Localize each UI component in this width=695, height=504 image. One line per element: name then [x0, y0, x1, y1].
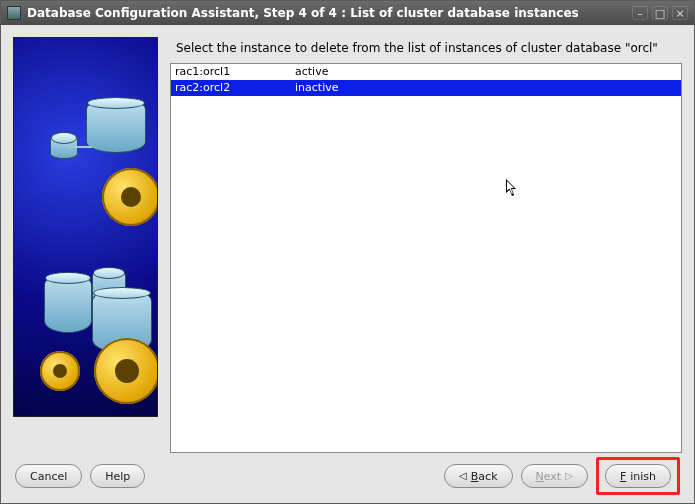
finish-label-rest: inish — [630, 470, 656, 483]
instance-list[interactable]: rac1:orcl1 active rac2:orcl2 inactive — [170, 63, 682, 453]
sidebar-illustration — [13, 37, 158, 417]
instance-status: active — [291, 64, 681, 80]
list-item[interactable]: rac2:orcl2 inactive — [171, 80, 681, 96]
gear-icon — [94, 338, 158, 404]
list-item[interactable]: rac1:orcl1 active — [171, 64, 681, 80]
instruction-text: Select the instance to delete from the l… — [170, 37, 682, 63]
minimize-button[interactable]: – — [632, 6, 648, 20]
gear-icon — [102, 168, 158, 226]
button-bar: Cancel Help ◁ Back Next ▷ Finish — [1, 459, 694, 503]
instance-status: inactive — [291, 80, 681, 96]
content-area: Select the instance to delete from the l… — [1, 25, 694, 459]
finish-button[interactable]: Finish — [605, 464, 671, 488]
maximize-button[interactable]: □ — [652, 6, 668, 20]
window-root: Database Configuration Assistant, Step 4… — [0, 0, 695, 504]
main-panel: Select the instance to delete from the l… — [170, 37, 682, 453]
next-mnemonic: N — [536, 470, 544, 483]
instance-name: rac2:orcl2 — [171, 80, 291, 96]
cancel-button[interactable]: Cancel — [15, 464, 82, 488]
app-icon — [7, 6, 21, 20]
finish-mnemonic: F — [620, 470, 626, 483]
database-icon — [86, 98, 146, 153]
connector-line — [70, 146, 92, 148]
gear-icon — [40, 351, 80, 391]
titlebar: Database Configuration Assistant, Step 4… — [1, 1, 694, 25]
finish-highlight: Finish — [596, 457, 680, 495]
chevron-left-icon: ◁ — [459, 471, 467, 481]
next-button: Next ▷ — [521, 464, 588, 488]
window-title: Database Configuration Assistant, Step 4… — [27, 6, 628, 20]
next-label-rest: ext — [544, 470, 561, 483]
back-button[interactable]: ◁ Back — [444, 464, 512, 488]
chevron-right-icon: ▷ — [565, 471, 573, 481]
help-button[interactable]: Help — [90, 464, 145, 488]
database-icon — [44, 273, 92, 333]
back-label-rest: ack — [478, 470, 497, 483]
instance-name: rac1:orcl1 — [171, 64, 291, 80]
close-button[interactable]: × — [672, 6, 688, 20]
